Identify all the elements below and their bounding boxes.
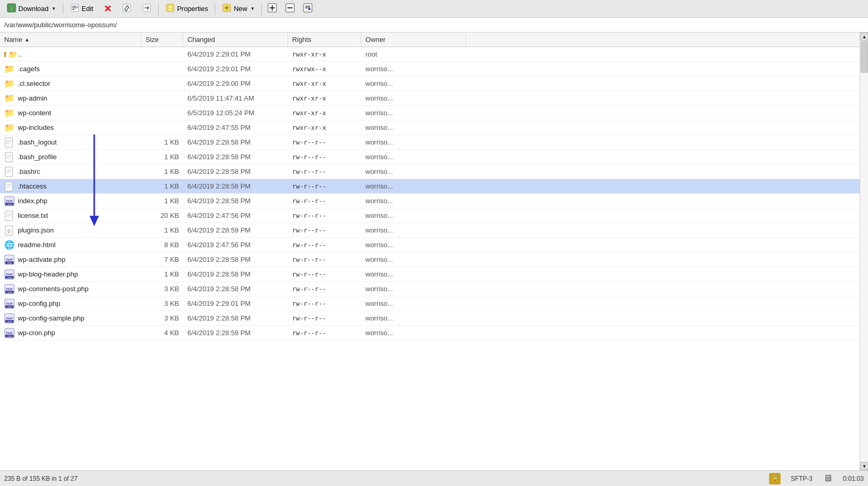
plus-button[interactable] (264, 1, 281, 16)
svg-text:.php: .php (7, 276, 12, 279)
file-changed-cell: 6/4/2019 2:28:58 PM (183, 313, 288, 324)
file-name: .cl.selector (18, 80, 50, 87)
table-row[interactable]: 🌐 readme.html 8 KB 6/4/2019 2:47:56 PM r… (0, 238, 860, 252)
col-name-header[interactable]: Name ▲ (0, 32, 141, 47)
table-row[interactable]: 📁 .cagefs 6/4/2019 2:29:01 PM rwxrwx--x … (0, 62, 860, 76)
table-row[interactable]: .htaccess 1 KB 6/4/2019 2:28:58 PM rw-r-… (0, 179, 860, 194)
file-name-cell: 🌐 readme.html (0, 238, 141, 252)
file-rights-cell: rw-r--r-- (288, 299, 361, 309)
file-owner-cell: worriso... (361, 327, 466, 338)
rename-button[interactable] (117, 1, 136, 16)
file-rights-cell: rwxrwx--x (288, 64, 361, 74)
delete-button[interactable]: ✕ (99, 1, 116, 17)
table-row[interactable]: PHP .php wp-comments-post.php 3 KB 6/4/2… (0, 282, 860, 296)
file-changed-cell: 6/4/2019 2:28:58 PM (183, 137, 288, 148)
file-size-cell: 1 KB (141, 195, 183, 206)
file-name: license.txt (18, 212, 48, 219)
minus-icon (285, 3, 295, 14)
file-size-cell: 3 KB (141, 298, 183, 309)
file-size-cell: 1 KB (141, 269, 183, 280)
properties-button[interactable]: Properties (161, 1, 213, 16)
json-file-icon: {} (4, 225, 15, 236)
file-owner-cell: worriso... (361, 122, 466, 133)
table-row[interactable]: PHP .php wp-activate.php 7 KB 6/4/2019 2… (0, 252, 860, 267)
status-right: 🔒 SFTP-3 🖥 0:01:03 (769, 473, 864, 484)
svg-text:.php: .php (7, 335, 12, 337)
table-row[interactable]: PHP .php index.php 1 KB 6/4/2019 2:28:58… (0, 194, 860, 208)
svg-text:.php: .php (7, 320, 12, 323)
file-rights-cell: rw-r--r-- (288, 255, 361, 265)
svg-rect-26 (5, 152, 13, 162)
folder-icon: 📁 (4, 108, 15, 118)
file-name: wp-content (18, 109, 51, 117)
table-row[interactable]: {} plugins.json 1 KB 6/4/2019 2:28:59 PM… (0, 223, 860, 238)
file-owner-cell: worriso... (361, 107, 466, 118)
table-row[interactable]: .bash_profile 1 KB 6/4/2019 2:28:58 PM r… (0, 150, 860, 164)
file-list-container: Name ▲ Size Changed Rights Owner (0, 32, 860, 470)
php-file-icon: PHP .php (4, 269, 15, 280)
file-name-cell: ⬆📁 .. (0, 48, 141, 61)
file-owner-cell: worriso... (361, 63, 466, 74)
file-rights-cell: rw-r--r-- (288, 328, 361, 338)
svg-text:.php: .php (7, 305, 12, 308)
status-info: 235 B of 155 KB in 1 of 27 (4, 475, 77, 482)
file-owner-cell: worriso... (361, 239, 466, 250)
download-label: Download (18, 5, 49, 13)
table-row[interactable]: 📁 .cl.selector 6/4/2019 2:29:00 PM rwxr-… (0, 76, 860, 91)
table-row[interactable]: PHP .php wp-blog-header.php 1 KB 6/4/201… (0, 267, 860, 282)
col-size-header[interactable]: Size (141, 32, 183, 47)
svg-text:PHP: PHP (6, 199, 13, 202)
svg-text:PHP: PHP (6, 258, 13, 261)
file-size-cell: 20 KB (141, 210, 183, 221)
edit-button[interactable]: Edit (65, 1, 98, 16)
file-rights-cell: rw-r--r-- (288, 152, 361, 162)
file-changed-cell: 6/4/2019 2:28:58 PM (183, 254, 288, 265)
file-owner-cell: worriso... (361, 93, 466, 104)
scrollbar-thumb[interactable] (861, 41, 868, 73)
file-icon (4, 152, 15, 162)
file-name-cell: 📁 wp-content (0, 106, 141, 120)
table-row[interactable]: PHP .php wp-config-sample.php 3 KB 6/4/2… (0, 311, 860, 326)
file-name-cell: PHP .php wp-comments-post.php (0, 282, 141, 296)
download-button[interactable]: ↓ Download ▼ (2, 1, 61, 16)
table-row[interactable]: 📁 wp-content 6/5/2019 12:05:24 PM rwxr-x… (0, 106, 860, 120)
file-owner-cell: worriso... (361, 225, 466, 236)
table-row[interactable]: 📁 wp-admin 6/5/2019 11:47:41 AM rwxr-xr-… (0, 91, 860, 106)
file-icon (4, 167, 15, 177)
file-name: wp-config-sample.php (18, 314, 84, 322)
file-icon (4, 137, 15, 148)
scroll-down-button[interactable]: ▼ (860, 462, 868, 470)
file-owner-cell: worriso... (361, 269, 466, 280)
file-size-cell: 1 KB (141, 151, 183, 162)
table-row[interactable]: 📁 wp-includes 6/4/2019 2:47:55 PM rwxr-x… (0, 120, 860, 135)
col-changed-header[interactable]: Changed (183, 32, 288, 47)
col-rights-header[interactable]: Rights (288, 32, 361, 47)
svg-text:PHP: PHP (6, 272, 13, 275)
minus-button[interactable] (282, 1, 298, 16)
table-row[interactable]: PHP .php wp-cron.php 4 KB 6/4/2019 2:28:… (0, 326, 860, 340)
file-owner-cell: worriso... (361, 298, 466, 309)
scrollbar[interactable]: ▲ ▼ (860, 32, 868, 470)
separator-1 (63, 3, 63, 15)
file-size-cell (141, 126, 183, 129)
sort-arrow-name: ▲ (25, 37, 30, 42)
table-row[interactable]: license.txt 20 KB 6/4/2019 2:47:56 PM rw… (0, 208, 860, 223)
file-changed-cell: 6/4/2019 2:29:01 PM (183, 63, 288, 74)
file-changed-cell: 6/5/2019 12:05:24 PM (183, 107, 288, 118)
col-owner-header[interactable]: Owner (361, 32, 466, 47)
table-row[interactable]: .bash_logout 1 KB 6/4/2019 2:28:58 PM rw… (0, 135, 860, 150)
move-button[interactable] (137, 1, 156, 16)
scroll-up-button[interactable]: ▲ (860, 32, 868, 41)
scrollbar-track[interactable] (860, 41, 868, 462)
table-row[interactable]: PHP .php wp-config.php 3 KB 6/4/2019 2:2… (0, 296, 860, 311)
sftp-label: SFTP-3 (791, 475, 813, 482)
file-size-cell: 3 KB (141, 283, 183, 294)
file-owner-cell: worriso... (361, 137, 466, 148)
table-row[interactable]: .bashrc 1 KB 6/4/2019 2:28:58 PM rw-r--r… (0, 164, 860, 179)
new-button[interactable]: New ▼ (217, 1, 259, 16)
file-changed-cell: 6/4/2019 2:28:59 PM (183, 327, 288, 338)
plus-icon (268, 3, 277, 14)
sort-button[interactable] (299, 1, 316, 16)
table-row[interactable]: ⬆📁 .. 6/4/2019 2:29:01 PM rwxr-xr-x root (0, 47, 860, 62)
svg-text:PHP: PHP (6, 302, 13, 305)
